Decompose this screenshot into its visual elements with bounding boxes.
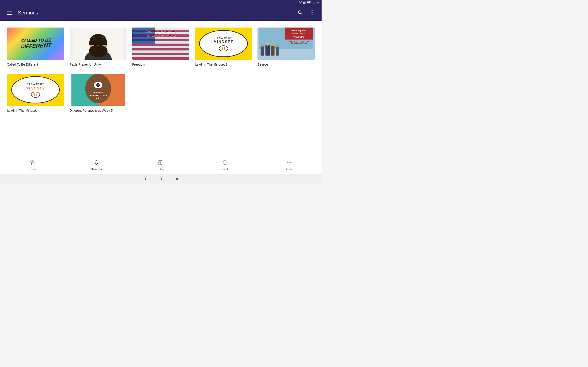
svg-text:DIFFERENT: DIFFERENT: [92, 91, 104, 94]
bottom-nav: Home Sermons Bible: [0, 156, 321, 174]
svg-rect-8: [307, 2, 311, 3]
wifi-icon: [299, 0, 302, 5]
nav-label-home: Home: [28, 168, 36, 171]
svg-point-36: [96, 83, 100, 87]
more-options-button[interactable]: ⋮: [307, 8, 317, 18]
svg-text:"BELIEVE": "BELIEVE": [289, 40, 309, 44]
svg-point-24: [271, 43, 274, 46]
thumbnail-text: CALLED TO BEDIFFERENT: [21, 38, 52, 49]
sermon-thumbnail: DIFFERENT PERSPECTIVES • 5 •: [69, 74, 127, 106]
menu-line: [7, 13, 12, 13]
menu-line: [7, 11, 12, 11]
svg-rect-25: [276, 47, 279, 56]
svg-text:WELCOME: WELCOME: [293, 36, 304, 38]
nav-item-more[interactable]: More: [280, 160, 299, 171]
nav-item-events[interactable]: Events: [216, 160, 234, 171]
sermon-card[interactable]: Pastor Ray Rosa Executive Director "BELI…: [258, 27, 315, 67]
sermon-title: Its All In The Mindset 3: [195, 62, 252, 67]
bible-icon: [158, 160, 164, 167]
svg-point-50: [291, 162, 292, 163]
app-bar-actions: ⋮: [295, 8, 317, 18]
recents-button[interactable]: ■: [176, 177, 178, 181]
mic-icon: [94, 160, 99, 167]
svg-text:Pastor Ray Rosa: Pastor Ray Rosa: [292, 30, 306, 32]
svg-rect-19: [261, 46, 264, 56]
sermon-thumbnail: Pastor Ray Rosa Executive Director "BELI…: [258, 27, 315, 60]
events-icon: [222, 160, 228, 167]
svg-point-26: [276, 44, 279, 47]
svg-rect-41: [96, 160, 97, 163]
sermons-grid: CALLED TO BEDIFFERENT Called To Be Diffe…: [7, 27, 315, 113]
sermon-card[interactable]: Pauls Prayer for Unity: [69, 27, 127, 67]
svg-text:• 5 •: • 5 •: [96, 97, 100, 99]
sermon-title: Its All In The Mindset: [7, 108, 64, 113]
nav-label-more: More: [286, 168, 292, 171]
sermon-thumbnail: [69, 27, 127, 60]
svg-rect-7: [311, 2, 311, 3]
svg-point-20: [261, 44, 264, 47]
svg-rect-21: [266, 45, 270, 56]
status-bar: 10:26: [0, 0, 321, 5]
more-icon: [287, 160, 292, 167]
svg-text:Executive Director: Executive Director: [292, 32, 305, 34]
sermon-title: Believe: [258, 62, 315, 67]
nav-item-sermons[interactable]: Sermons: [87, 160, 106, 171]
signal-icon: [303, 0, 306, 5]
sermon-title: Different Perspectives Week 5: [69, 108, 127, 113]
svg-rect-23: [271, 46, 275, 56]
svg-text:PERSPECTIVES: PERSPECTIVES: [89, 94, 107, 96]
page-title: Sermons: [18, 10, 295, 16]
sermon-card[interactable]: IT'S ALL IN YOUR MINDSET $3 Its All In T…: [7, 74, 64, 113]
svg-rect-4: [305, 1, 305, 4]
sermon-thumbnail: CALLED TO BEDIFFERENT: [7, 27, 64, 60]
sermon-card[interactable]: DIFFERENT PERSPECTIVES • 5 • Different P…: [69, 74, 127, 113]
time-display: 10:26: [312, 1, 319, 4]
sermon-thumbnail: IT'S ALL IN YOUR MINDSET $3: [7, 74, 64, 106]
svg-point-37: [98, 84, 99, 85]
menu-line: [7, 14, 12, 15]
svg-point-14: [89, 45, 107, 57]
nav-label-events: Events: [221, 168, 229, 171]
svg-rect-2: [303, 2, 304, 4]
sermon-title: Pauls Prayer for Unity: [69, 62, 127, 67]
battery-icon: [307, 0, 311, 5]
svg-point-49: [289, 162, 290, 163]
menu-button[interactable]: [5, 9, 14, 17]
home-icon: [29, 160, 35, 167]
main-content: CALLED TO BEDIFFERENT Called To Be Diffe…: [0, 21, 321, 156]
nav-item-home[interactable]: Home: [23, 160, 41, 171]
svg-rect-1: [303, 3, 303, 4]
sermon-title: Called To Be Different: [7, 62, 64, 67]
svg-rect-5: [305, 1, 306, 4]
sermon-title: Freedom: [132, 62, 190, 67]
sermon-thumbnail: If the son sets you free,you will be fre…: [132, 27, 190, 60]
svg-point-0: [300, 3, 300, 4]
svg-rect-3: [304, 2, 304, 4]
nav-label-sermons: Sermons: [91, 168, 102, 171]
sermon-thumbnail: IT'S ALL IN YOUR MINDSET $3: [195, 27, 252, 60]
system-nav: ◄ ● ■: [0, 174, 321, 184]
sermon-card[interactable]: If the son sets you free,you will be fre…: [132, 27, 190, 67]
svg-point-48: [288, 162, 288, 163]
nav-label-bible: Bible: [158, 168, 164, 171]
search-button[interactable]: [295, 8, 305, 18]
svg-line-10: [301, 13, 302, 15]
back-button[interactable]: ◄: [144, 177, 147, 181]
svg-point-22: [266, 42, 269, 46]
sermon-card[interactable]: CALLED TO BEDIFFERENT Called To Be Diffe…: [7, 27, 64, 67]
home-button[interactable]: ●: [160, 177, 162, 181]
sermon-card[interactable]: IT'S ALL IN YOUR MINDSET $3 Its All In T…: [195, 27, 252, 67]
nav-item-bible[interactable]: Bible: [152, 160, 170, 171]
